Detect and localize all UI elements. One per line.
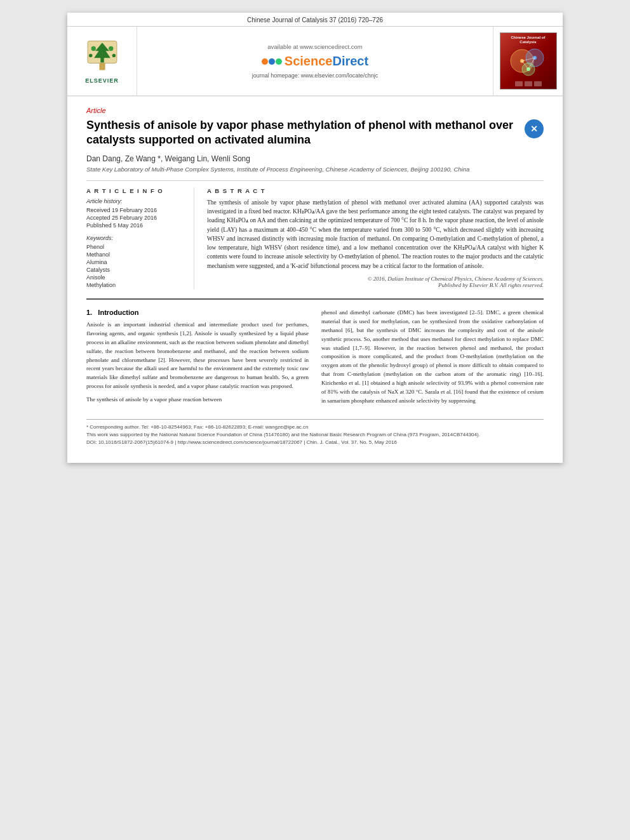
- cover-graphic: [506, 44, 551, 80]
- elsevier-tree-icon: [83, 38, 121, 73]
- elsevier-text: ELSEVIER: [83, 77, 121, 84]
- keywords-label: Keywords:: [86, 235, 186, 241]
- available-at-text: available at www.sciencedirect.com: [267, 43, 362, 50]
- abstract-col: A B S T R A C T The synthesis of anisole…: [207, 187, 544, 290]
- article-title: Synthesis of anisole by vapor phase meth…: [86, 118, 544, 148]
- elsevier-logo-area: ELSEVIER: [67, 27, 137, 95]
- article-info-heading: A R T I C L E I N F O: [86, 187, 186, 194]
- svg-point-3: [91, 46, 95, 51]
- journal-title: Chinese Journal of Catalysis 37 (2016) 7…: [247, 17, 383, 23]
- right-paragraph1: phenol and dimethyl carbonate (DMC) has …: [321, 309, 544, 406]
- keyword-phenol: Phenol: [86, 244, 186, 250]
- body-right-col: phenol and dimethyl carbonate (DMC) has …: [321, 309, 544, 410]
- accepted-date: Accepted 25 February 2016: [86, 215, 186, 221]
- cover-image: Chinese Journal ofCatalysis: [500, 32, 557, 90]
- funding-text: This work was supported by the National …: [86, 431, 544, 439]
- svg-point-6: [112, 54, 116, 58]
- banner-center: available at www.sciencedirect.com Scien…: [137, 27, 493, 95]
- keyword-alumina: Alumina: [86, 259, 186, 265]
- keyword-catalysts: Catalysts: [86, 267, 186, 273]
- article-info-col: A R T I C L E I N F O Article history: R…: [86, 187, 194, 290]
- intro-section-heading: Introduction: [98, 309, 138, 316]
- sd-circle-blue: [269, 58, 275, 65]
- intro-section-number: 1.: [86, 309, 92, 316]
- intro-paragraph2: The synthesis of anisole by a vapor phas…: [86, 396, 309, 404]
- journal-header: Chinese Journal of Catalysis 37 (2016) 7…: [67, 13, 563, 27]
- elsevier-logo: ELSEVIER: [83, 38, 121, 84]
- copyright-line1: © 2016, Dalian Institute of Chemical Phy…: [368, 276, 544, 282]
- keywords-section: Keywords: Phenol Methanol Alumina Cataly…: [86, 235, 186, 288]
- svg-point-5: [88, 54, 92, 58]
- history-label: Article history:: [86, 198, 186, 204]
- sd-circle-orange: [262, 58, 268, 65]
- journal-homepage-text: journal homepage: www.elsevier.com/locat…: [252, 72, 379, 79]
- divider-after-affiliation: [86, 180, 544, 181]
- keyword-methanol: Methanol: [86, 251, 186, 258]
- body-divider: [86, 298, 544, 300]
- article-content: Article ✕ Synthesis of anisole by vapor …: [67, 97, 563, 463]
- footer: * Corresponding author. Tel: +86-10-8254…: [86, 419, 544, 453]
- abstract-copyright: © 2016, Dalian Institute of Chemical Phy…: [207, 276, 544, 288]
- keyword-methylation: Methylation: [86, 282, 186, 288]
- affiliation: State Key Laboratory of Multi-Phase Comp…: [86, 166, 544, 173]
- page: Chinese Journal of Catalysis 37 (2016) 7…: [67, 13, 563, 463]
- svg-point-4: [109, 46, 113, 51]
- doi-text: DOI: 10.1016/S1872-2067(15)61074-9 | htt…: [86, 439, 544, 446]
- catalyst-journal-cover: Chinese Journal ofCatalysis: [493, 27, 563, 95]
- crossmark-badge[interactable]: ✕: [525, 119, 544, 138]
- received-date: Received 19 February 2016: [86, 207, 186, 213]
- intro-section-title: 1. Introduction: [86, 309, 309, 316]
- sciencedirect-logo: ScienceDirect: [262, 54, 368, 69]
- main-body: 1. Introduction Anisole is an important …: [86, 298, 544, 410]
- crossmark-icon: ✕: [530, 124, 538, 134]
- article-type-label: Article: [86, 107, 544, 114]
- keyword-anisole: Anisole: [86, 274, 186, 281]
- sd-circles-icon: [262, 58, 282, 65]
- abstract-text: The synthesis of anisole by vapor phase …: [207, 198, 544, 270]
- cover-title: Chinese Journal ofCatalysis: [511, 36, 545, 44]
- body-two-col: 1. Introduction Anisole is an important …: [86, 309, 544, 410]
- corresponding-author: * Corresponding author. Tel: +86-10-8254…: [86, 423, 544, 431]
- sd-circle-green: [276, 58, 282, 65]
- published-date: Published 5 May 2016: [86, 222, 186, 229]
- intro-paragraph1: Anisole is an important industrial chemi…: [86, 321, 309, 392]
- banner: ELSEVIER available at www.sciencedirect.…: [67, 27, 563, 97]
- body-left-col: 1. Introduction Anisole is an important …: [86, 309, 309, 410]
- abstract-heading: A B S T R A C T: [207, 187, 544, 194]
- info-abstract-section: A R T I C L E I N F O Article history: R…: [86, 187, 544, 290]
- copyright-line2: Published by Elsevier B.V. All rights re…: [438, 282, 544, 288]
- sciencedirect-logo-text: ScienceDirect: [285, 54, 368, 69]
- authors: Dan Dang, Ze Wang *, Weigang Lin, Wenli …: [86, 154, 544, 163]
